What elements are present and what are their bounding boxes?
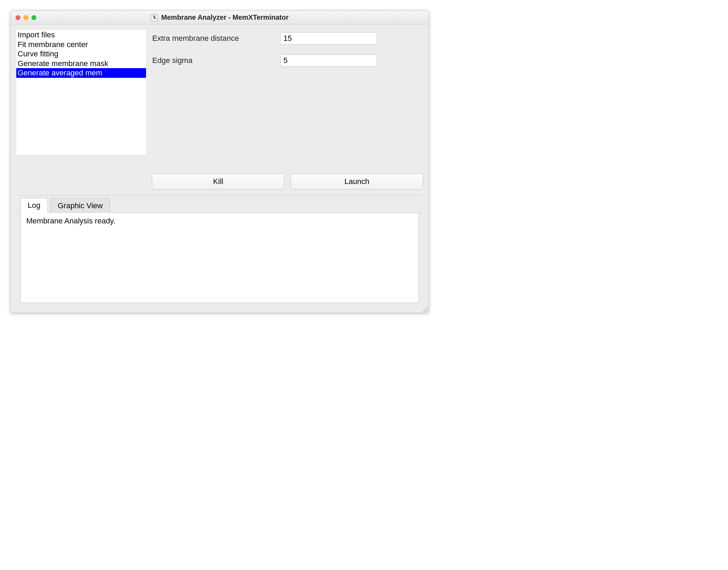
launch-button[interactable]: Launch: [291, 174, 423, 190]
maximize-window-button[interactable]: [31, 15, 36, 20]
close-window-button[interactable]: [16, 15, 20, 20]
content-area: Import filesFit membrane centerCurve fit…: [11, 25, 429, 313]
form-row-0: Extra membrane distance: [152, 32, 423, 45]
tab-graphic-view[interactable]: Graphic View: [51, 198, 110, 213]
form-input-0[interactable]: [280, 32, 377, 45]
form-label-1: Edge sigma: [152, 56, 280, 65]
log-text: Membrane Analysis ready.: [26, 217, 116, 225]
step-listbox[interactable]: Import filesFit membrane centerCurve fit…: [16, 30, 146, 155]
list-item-3[interactable]: Generate membrane mask: [16, 59, 146, 68]
traffic-lights: [16, 15, 36, 20]
app-window: X Membrane Analyzer - MemXTerminator Imp…: [10, 10, 429, 313]
tab-header: LogGraphic View: [18, 197, 422, 213]
resize-grip-icon[interactable]: [422, 306, 428, 312]
log-panel: Membrane Analysis ready.: [20, 213, 419, 303]
form-row-1: Edge sigma: [152, 54, 423, 67]
form-area: Extra membrane distanceEdge sigma: [152, 30, 423, 155]
minimize-window-button[interactable]: [24, 15, 28, 20]
tabs-container: LogGraphic View Membrane Analysis ready.: [16, 197, 423, 307]
list-item-0[interactable]: Import files: [16, 30, 146, 40]
separator: [16, 195, 423, 195]
form-input-1[interactable]: [280, 54, 377, 67]
list-item-2[interactable]: Curve fitting: [16, 49, 146, 59]
titlebar: X Membrane Analyzer - MemXTerminator: [11, 11, 429, 25]
window-title: Membrane Analyzer - MemXTerminator: [161, 13, 289, 21]
app-x-icon: X: [151, 14, 158, 21]
list-item-4[interactable]: Generate averaged mem: [16, 68, 146, 78]
list-item-1[interactable]: Fit membrane center: [16, 40, 146, 49]
kill-button[interactable]: Kill: [152, 174, 284, 190]
tab-log[interactable]: Log: [20, 198, 48, 213]
form-label-0: Extra membrane distance: [152, 34, 280, 43]
